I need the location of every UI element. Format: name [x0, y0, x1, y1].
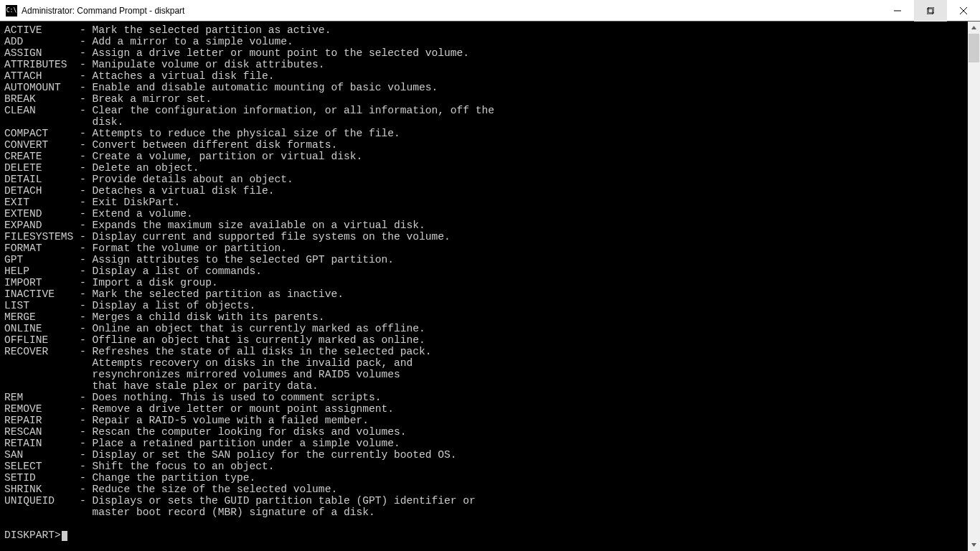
command-row: SAN- Display or set the SAN policy for t…: [4, 449, 968, 461]
command-description: Mark the selected partition as active.: [93, 24, 331, 36]
command-row: INACTIVE- Mark the selected partition as…: [4, 288, 968, 300]
command-description: Shift the focus to an object.: [93, 461, 275, 472]
command-description: Extend a volume.: [93, 208, 193, 220]
command-row: CREATE- Create a volume, partition or vi…: [4, 151, 968, 162]
command-description: Provide details about an object.: [93, 174, 293, 185]
command-name: GPT: [4, 254, 80, 265]
command-separator: -: [80, 323, 93, 334]
command-description-cont: resynchronizes mirrored volumes and RAID…: [4, 369, 968, 380]
cursor: [62, 531, 67, 541]
command-row: ASSIGN- Assign a drive letter or mount p…: [4, 47, 968, 59]
command-description-cont: disk.: [4, 116, 968, 128]
command-description: Clear the configuration information, or …: [93, 105, 495, 116]
command-description: Detaches a virtual disk file.: [93, 185, 275, 197]
command-description: Attempts to reduce the physical size of …: [93, 128, 400, 139]
command-separator: -: [80, 197, 93, 208]
command-separator: -: [80, 24, 93, 36]
command-name: ADD: [4, 36, 80, 47]
command-description: Delete an object.: [93, 162, 199, 174]
command-description: Display a list of objects.: [93, 300, 256, 311]
command-description: Enable and disable automatic mounting of…: [93, 82, 438, 93]
command-separator: -: [80, 415, 93, 426]
command-description: Reduce the size of the selected volume.: [93, 484, 338, 495]
close-button[interactable]: [947, 0, 980, 22]
command-name: IMPORT: [4, 277, 80, 288]
command-separator: -: [80, 151, 93, 162]
svg-marker-6: [971, 543, 976, 547]
command-description: Manipulate volume or disk attributes.: [93, 59, 325, 70]
command-description: Exit DiskPart.: [93, 197, 181, 208]
command-row: SELECT- Shift the focus to an object.: [4, 461, 968, 472]
command-name: UNIQUEID: [4, 495, 80, 507]
scroll-up-button[interactable]: [968, 22, 980, 34]
command-name: SETID: [4, 472, 80, 484]
command-name: COMPACT: [4, 128, 80, 139]
command-row: OFFLINE- Offline an object that is curre…: [4, 334, 968, 346]
minimize-button[interactable]: [881, 0, 914, 22]
command-separator: -: [80, 495, 93, 507]
command-separator: -: [80, 185, 93, 197]
command-name: ATTRIBUTES: [4, 59, 80, 70]
svg-rect-1: [927, 9, 933, 14]
command-row: GPT- Assign attributes to the selected G…: [4, 254, 968, 265]
command-row: COMPACT- Attempts to reduce the physical…: [4, 128, 968, 139]
scroll-thumb[interactable]: [969, 34, 979, 62]
command-description: Repair a RAID-5 volume with a failed mem…: [93, 415, 369, 426]
command-name: ACTIVE: [4, 24, 80, 36]
scroll-down-button[interactable]: [968, 539, 980, 551]
command-name: CLEAN: [4, 105, 80, 116]
command-row: BREAK- Break a mirror set.: [4, 93, 968, 105]
command-description: Displays or sets the GUID partition tabl…: [93, 495, 476, 507]
command-name: REMOVE: [4, 403, 80, 415]
command-row: UNIQUEID- Displays or sets the GUID part…: [4, 495, 968, 507]
command-separator: -: [80, 231, 93, 242]
command-row: DETACH- Detaches a virtual disk file.: [4, 185, 968, 197]
command-row: CONVERT- Convert between different disk …: [4, 139, 968, 151]
command-name: REM: [4, 392, 80, 403]
command-separator: -: [80, 334, 93, 346]
command-name: SELECT: [4, 461, 80, 472]
command-description: Offline an object that is currently mark…: [93, 334, 425, 346]
command-name: RETAIN: [4, 438, 80, 449]
command-name: MERGE: [4, 311, 80, 323]
command-separator: -: [80, 392, 93, 403]
command-separator: -: [80, 70, 93, 82]
command-description: Break a mirror set.: [93, 93, 212, 105]
command-row: EXIT- Exit DiskPart.: [4, 197, 968, 208]
window-title: Administrator: Command Prompt - diskpart: [22, 6, 184, 16]
command-separator: -: [80, 254, 93, 265]
scroll-track[interactable]: [968, 34, 980, 539]
command-name: ASSIGN: [4, 47, 80, 59]
vertical-scrollbar[interactable]: [968, 22, 980, 551]
command-name: DETAIL: [4, 174, 80, 185]
command-row: FORMAT- Format the volume or partition.: [4, 242, 968, 254]
svg-marker-5: [971, 26, 976, 29]
cmd-icon: C:\: [6, 5, 17, 17]
command-row: ATTRIBUTES- Manipulate volume or disk at…: [4, 59, 968, 70]
command-separator: -: [80, 59, 93, 70]
command-row: EXTEND- Extend a volume.: [4, 208, 968, 220]
command-row: IMPORT- Import a disk group.: [4, 277, 968, 288]
command-name: FORMAT: [4, 242, 80, 254]
command-separator: -: [80, 93, 93, 105]
titlebar[interactable]: C:\ Administrator: Command Prompt - disk…: [0, 0, 980, 22]
command-separator: -: [80, 265, 93, 277]
command-description-cont: master boot record (MBR) signature of a …: [4, 507, 968, 518]
terminal-output[interactable]: ACTIVE- Mark the selected partition as a…: [0, 22, 968, 551]
prompt-line[interactable]: DISKPART>: [4, 529, 968, 541]
command-name: AUTOMOUNT: [4, 82, 80, 93]
command-separator: -: [80, 403, 93, 415]
command-row: DELETE- Delete an object.: [4, 162, 968, 174]
command-row: RETAIN- Place a retained partition under…: [4, 438, 968, 449]
command-name: SHRINK: [4, 484, 80, 495]
command-separator: -: [80, 288, 93, 300]
command-name: RESCAN: [4, 426, 80, 438]
command-description: Display or set the SAN policy for the cu…: [93, 449, 457, 461]
command-name: EXIT: [4, 197, 80, 208]
command-row: REM- Does nothing. This is used to comme…: [4, 392, 968, 403]
command-separator: -: [80, 220, 93, 231]
command-row: REMOVE- Remove a drive letter or mount p…: [4, 403, 968, 415]
maximize-button[interactable]: [914, 0, 947, 22]
command-separator: -: [80, 128, 93, 139]
command-separator: -: [80, 174, 93, 185]
